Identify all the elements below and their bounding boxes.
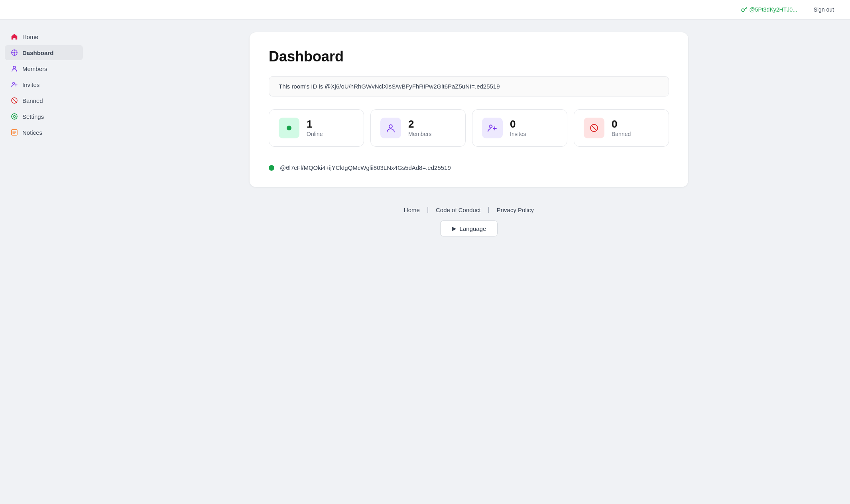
stats-grid: 1 Online 2 Members	[269, 109, 669, 147]
sidebar-label-dashboard: Dashboard	[22, 49, 53, 56]
members-icon	[10, 65, 18, 73]
sidebar-item-members[interactable]: Members	[5, 61, 83, 76]
user-id-label: @5Pt3dKy2HTJ0...	[750, 6, 797, 13]
sidebar-label-invites: Invites	[22, 81, 39, 88]
stat-icon-online	[279, 118, 299, 138]
stat-icon-invites	[482, 118, 503, 138]
sidebar-item-invites[interactable]: Invites	[5, 77, 83, 92]
svg-point-30	[287, 126, 291, 130]
stat-number-online: 1	[307, 119, 323, 129]
sidebar-label-members: Members	[22, 65, 47, 72]
svg-point-20	[12, 116, 12, 117]
svg-point-11	[13, 83, 15, 85]
svg-line-36	[591, 125, 597, 131]
settings-icon	[10, 112, 18, 120]
sidebar-label-settings: Settings	[22, 113, 44, 120]
stat-card-online: 1 Online	[269, 109, 364, 147]
stat-info-online: 1 Online	[307, 119, 323, 137]
home-icon	[10, 33, 18, 41]
sidebar-item-dashboard[interactable]: Dashboard	[5, 45, 83, 60]
content-card: Dashboard This room's ID is @Xj6/oU/hRhG…	[250, 32, 688, 187]
svg-point-24	[16, 114, 17, 115]
footer-link-privacy-policy[interactable]: Privacy Policy	[490, 207, 541, 213]
sidebar-item-settings[interactable]: Settings	[5, 109, 83, 124]
svg-point-32	[490, 125, 492, 128]
stat-icon-members	[380, 118, 401, 138]
language-label: Language	[460, 225, 486, 232]
svg-point-25	[12, 118, 13, 119]
svg-point-21	[17, 116, 18, 117]
online-user-row: @6l7cFl/MQOki4+ijYCkIgQMcWglii803LNx4Gs5…	[269, 161, 669, 171]
notices-icon	[10, 128, 18, 136]
stat-info-banned: 0 Banned	[612, 119, 631, 137]
stat-card-members: 2 Members	[370, 109, 466, 147]
svg-point-5	[14, 52, 16, 54]
room-id-box: This room's ID is @Xj6/oU/hRhGWvNclXisS/…	[269, 76, 669, 96]
svg-line-15	[12, 98, 17, 103]
svg-point-19	[14, 119, 15, 120]
svg-point-22	[12, 114, 13, 115]
language-button[interactable]: ▶ Language	[440, 220, 498, 236]
sidebar-item-home[interactable]: Home	[5, 29, 83, 44]
svg-point-0	[742, 9, 744, 12]
invites-icon	[10, 81, 18, 89]
stat-info-members: 2 Members	[408, 119, 431, 137]
key-icon	[741, 6, 747, 13]
footer-link-code-of-conduct[interactable]: Code of Conduct	[429, 207, 488, 213]
footer-links: Home | Code of Conduct | Privacy Policy	[397, 206, 541, 213]
stat-label-members: Members	[408, 131, 431, 137]
svg-point-10	[13, 66, 16, 69]
stat-number-invites: 0	[510, 119, 526, 129]
online-indicator	[269, 165, 274, 171]
stat-info-invites: 0 Invites	[510, 119, 526, 137]
stat-card-invites: 0 Invites	[472, 109, 567, 147]
online-user-id: @6l7cFl/MQOki4+ijYCkIgQMcWglii803LNx4Gs5…	[280, 164, 451, 171]
sidebar-item-notices[interactable]: Notices	[5, 125, 83, 140]
topbar-user: @5Pt3dKy2HTJ0...	[741, 6, 797, 13]
footer: Home | Code of Conduct | Privacy Policy …	[397, 206, 541, 236]
stat-label-invites: Invites	[510, 131, 526, 137]
sidebar-item-banned[interactable]: Banned	[5, 93, 83, 108]
sidebar-label-banned: Banned	[22, 97, 43, 104]
topbar-divider	[804, 6, 804, 14]
signout-button[interactable]: Sign out	[811, 5, 837, 14]
stat-label-online: Online	[307, 131, 323, 137]
svg-point-18	[14, 114, 15, 114]
svg-point-17	[14, 116, 16, 118]
banned-icon	[10, 96, 18, 104]
stat-label-banned: Banned	[612, 131, 631, 137]
main-content: Dashboard This room's ID is @Xj6/oU/hRhG…	[88, 20, 850, 501]
footer-link-home[interactable]: Home	[397, 207, 427, 213]
stat-number-banned: 0	[612, 119, 631, 129]
sidebar: Home Dashboard	[0, 20, 88, 501]
stat-icon-banned	[584, 118, 604, 138]
svg-line-1	[744, 8, 747, 10]
svg-point-31	[389, 125, 392, 128]
topbar: @5Pt3dKy2HTJ0... Sign out	[0, 0, 850, 20]
sidebar-label-home: Home	[22, 33, 38, 40]
stat-number-members: 2	[408, 119, 431, 129]
dashboard-icon	[10, 49, 18, 57]
svg-point-23	[16, 118, 17, 119]
page-title: Dashboard	[269, 48, 669, 65]
sidebar-label-notices: Notices	[22, 129, 42, 136]
stat-card-banned: 0 Banned	[574, 109, 669, 147]
language-arrow: ▶	[452, 225, 456, 232]
